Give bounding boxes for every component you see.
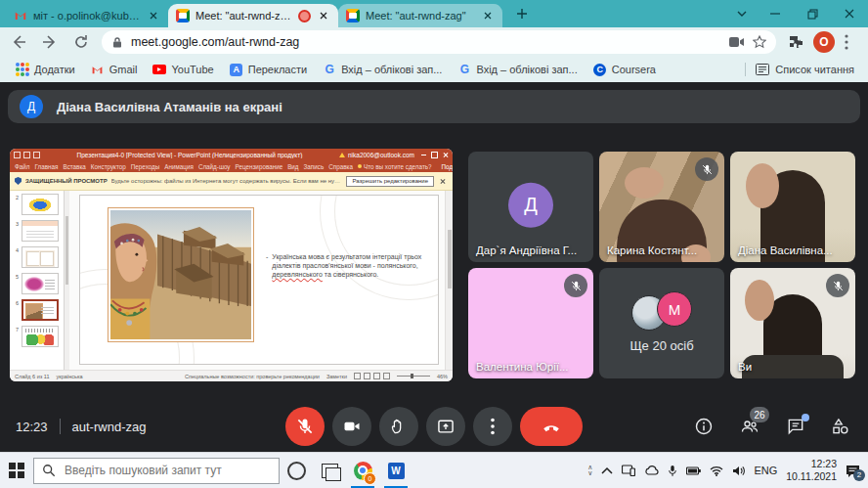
slide-thumbnail[interactable]: 4 [14,246,62,268]
bookmark-translate[interactable]: A Перекласти [230,63,307,76]
profile-avatar[interactable]: O [813,31,835,53]
tab-close-icon[interactable] [317,9,330,22]
participant-tile-valentyna[interactable]: Валентина Юрії... [468,268,593,378]
connect-device-icon[interactable] [622,465,635,476]
ppt-accessibility-status[interactable]: Специальные возможности: проверьте реком… [185,374,320,379]
tab-close-icon[interactable] [147,9,160,22]
ppt-ribbon-tab-file[interactable]: Файл [15,163,29,170]
chat-icon[interactable] [786,417,805,436]
ppt-zoom-percent[interactable]: 46% [437,374,448,379]
reload-icon[interactable] [68,29,94,55]
bookmark-youtube[interactable]: YouTube [152,63,213,76]
more-participants-tile[interactable]: M Ще 20 осіб [599,268,724,378]
url-text[interactable]: meet.google.com/aut-rwnd-zag [131,35,721,49]
ppt-ribbon-tab-design[interactable]: Конструктор [91,163,126,170]
self-tile[interactable]: Ви [730,268,855,378]
meeting-details-icon[interactable] [694,417,714,436]
browser-menu-icon[interactable] [845,34,848,50]
taskbar-word-button[interactable]: W [379,453,412,488]
window-minimize-button[interactable] [757,0,794,27]
taskbar-search-box[interactable] [33,458,280,484]
camera-toggle-button[interactable] [332,407,371,446]
ppt-minimize-icon[interactable] [421,155,426,155]
tray-scroll-icons[interactable]: ∧∨ [587,465,592,476]
task-view-button[interactable] [313,453,346,488]
tab-search-icon[interactable] [727,0,757,27]
participant-tile-karina[interactable]: Карина Костянт... [599,152,724,262]
slide-thumbnail[interactable]: 3 [14,220,62,242]
raise-hand-button[interactable] [379,407,418,446]
taskbar-chrome-button[interactable]: 0 [346,453,379,488]
ppt-ribbon-tab-insert[interactable]: Вставка [63,163,85,170]
slide-thumbnail[interactable]: 2 [14,194,62,215]
tab-gmail[interactable]: міт - o.polinok@kubg.edu.ua - П [6,4,168,27]
ppt-zoom-slider[interactable] [397,376,430,377]
ppt-maximize-icon[interactable] [431,152,438,158]
participants-icon[interactable]: 26 [739,417,760,436]
tab-meet-2[interactable]: Meet: "aut-rwnd-zag" [338,4,502,27]
bookmark-google-login-2[interactable]: G Вхід – облікові зап... [457,63,577,76]
forward-icon[interactable] [37,29,63,55]
ppt-ribbon-tab-view[interactable]: Вид [287,163,298,170]
slide-thumbnail[interactable]: 7 [14,326,62,347]
taskbar-search-input[interactable] [63,463,271,478]
battery-icon[interactable] [686,466,701,475]
ppt-tellme-box[interactable]: Что вы хотите сделать? [358,163,432,170]
bookmark-google-login-1[interactable]: G Вхід – облікові зап... [323,63,442,76]
participant-tile-darya[interactable]: Д Дар`я Андріївна Г... [468,152,593,262]
bookmark-apps[interactable]: Додатки [16,63,75,76]
camera-permission-icon[interactable] [729,36,745,48]
shared-screen-presentation[interactable]: Презентация4-0 [Protected View] - PowerP… [10,149,453,381]
ppt-account[interactable]: nika2006@outlook.com [339,152,414,158]
bookmark-star-icon[interactable] [753,35,766,49]
ppt-notes-toggle[interactable]: Заметки [326,374,347,379]
back-icon[interactable] [6,29,31,55]
participant-tile-diana[interactable]: Діана Василівна... [730,152,855,262]
ppt-share-button[interactable]: Поделиться [442,163,453,170]
canvas-scrollbar[interactable] [445,191,453,370]
ppt-ribbon-tab-transitions[interactable]: Переходы [131,163,160,170]
slide-thumbnail[interactable]: 5 [14,273,62,294]
ppt-quick-access-toolbar[interactable] [14,152,40,158]
slide-thumbnail-art [22,220,59,242]
extensions-puzzle-icon[interactable] [788,34,803,50]
ppt-ribbon-tab-slideshow[interactable]: Слайд-шоу [198,163,231,170]
reading-list-button[interactable]: Список читання [756,63,854,76]
ppt-ribbon-tab-review[interactable]: Рецензирование [236,163,283,170]
onedrive-cloud-icon[interactable] [644,466,659,475]
wifi-icon[interactable] [710,466,723,476]
action-center-button[interactable]: 2 [846,465,860,477]
lock-icon[interactable] [111,36,123,49]
taskbar-clock[interactable]: 12:23 10.11.2021 [786,458,837,482]
tab-meet-active[interactable]: Meet: "aut-rwnd-zag" [168,4,338,27]
keyboard-language[interactable]: ENG [754,465,777,476]
bookmark-gmail[interactable]: Gmail [91,63,138,76]
end-call-button[interactable] [520,407,583,446]
ppt-ribbon-tab-animations[interactable]: Анимация [164,163,194,170]
more-options-button[interactable] [473,407,512,446]
volume-icon[interactable] [732,466,745,476]
address-bar[interactable]: meet.google.com/aut-rwnd-zag [102,30,776,54]
ppt-ribbon-tab-record[interactable]: Запись [304,163,325,170]
ppt-ribbon-tab-help[interactable]: Справка [328,163,353,170]
bookmark-coursera[interactable]: C Coursera [593,63,656,76]
hidden-icons-chevron[interactable] [601,466,613,474]
activities-icon[interactable] [831,417,850,436]
enable-editing-button[interactable]: Разрешить редактирование [346,176,434,187]
ppt-ribbon-tab-home[interactable]: Главная [34,163,58,170]
mic-toggle-button[interactable] [285,407,325,446]
start-button[interactable] [0,453,33,488]
cortana-button[interactable] [280,453,313,488]
slide-thumbnail-selected[interactable]: 6 [14,299,62,321]
protected-bar-close-icon[interactable] [440,178,446,184]
ppt-view-buttons[interactable] [354,373,390,379]
present-screen-button[interactable] [426,407,465,446]
new-tab-button[interactable] [510,2,534,25]
ppt-language[interactable]: українська [56,374,82,379]
window-restore-button[interactable] [794,0,831,27]
action-center-badge: 2 [853,469,865,481]
ppt-close-icon[interactable] [443,152,449,157]
microphone-tray-icon[interactable] [668,465,677,477]
window-close-button[interactable] [831,0,868,27]
tab-close-icon[interactable] [481,9,495,22]
